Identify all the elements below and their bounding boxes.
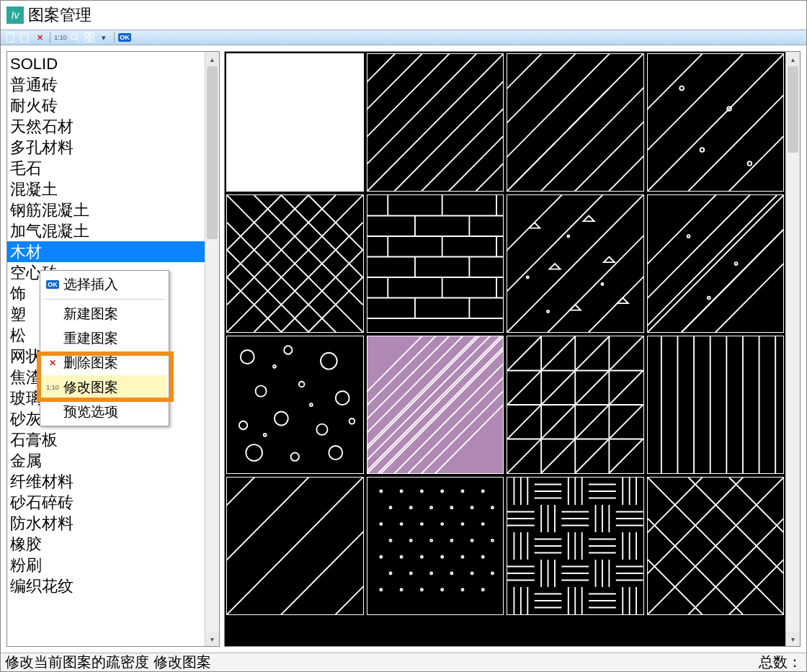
svg-point-38 bbox=[747, 161, 752, 166]
scroll-track[interactable] bbox=[786, 66, 800, 632]
svg-line-32 bbox=[648, 54, 715, 122]
svg-marker-82 bbox=[604, 257, 615, 263]
list-item[interactable]: 混凝土 bbox=[7, 179, 205, 200]
svg-rect-283 bbox=[48, 310, 55, 318]
list-item[interactable]: 纤维材料 bbox=[7, 471, 205, 492]
scroll-thumb[interactable] bbox=[788, 66, 798, 153]
svg-line-77 bbox=[535, 223, 643, 332]
svg-point-35 bbox=[679, 86, 684, 91]
list-item[interactable]: 粉刷 bbox=[7, 555, 205, 575]
pattern-swatch-selected[interactable] bbox=[367, 336, 504, 474]
svg-line-7 bbox=[76, 39, 79, 42]
svg-point-112 bbox=[273, 365, 276, 368]
list-item[interactable]: 加气混凝土 bbox=[7, 220, 205, 241]
list-item[interactable]: 普通砖 bbox=[7, 74, 205, 95]
svg-rect-10 bbox=[85, 38, 89, 42]
ok-icon[interactable]: OK bbox=[119, 32, 130, 43]
svg-point-87 bbox=[601, 283, 603, 285]
svg-point-183 bbox=[441, 556, 443, 558]
pattern-swatch-solid[interactable] bbox=[226, 53, 364, 192]
list-item[interactable]: 橡胶 bbox=[7, 534, 205, 555]
rebuild-icon bbox=[46, 332, 59, 345]
svg-line-121 bbox=[367, 336, 429, 398]
menu-rebuild-pattern[interactable]: 重建图案 bbox=[42, 326, 167, 351]
svg-point-192 bbox=[380, 588, 382, 591]
scroll-up-icon[interactable]: ▴ bbox=[205, 52, 219, 66]
svg-point-187 bbox=[409, 572, 411, 574]
scroll-thumb[interactable] bbox=[207, 66, 218, 239]
dropdown-icon[interactable]: ▾ bbox=[98, 32, 110, 43]
close-button[interactable] bbox=[764, 1, 806, 30]
menu-delete-pattern[interactable]: ✕ 删除图案 bbox=[42, 351, 167, 375]
svg-point-189 bbox=[450, 572, 452, 574]
svg-rect-284 bbox=[48, 334, 55, 343]
list-item[interactable]: 防水材料 bbox=[7, 513, 205, 534]
list-item[interactable]: 石膏板 bbox=[7, 429, 205, 450]
pattern-swatch[interactable] bbox=[226, 336, 364, 474]
list-item[interactable]: 金属 bbox=[7, 450, 205, 471]
svg-line-28 bbox=[514, 143, 555, 184]
svg-line-12 bbox=[367, 54, 504, 191]
svg-line-115 bbox=[367, 336, 504, 473]
svg-line-30 bbox=[648, 54, 784, 191]
scroll-track[interactable] bbox=[205, 66, 219, 632]
pattern-swatch[interactable] bbox=[507, 53, 644, 192]
toolbar: ✕ 1:10 ▾ OK bbox=[1, 30, 806, 45]
list-scrollbar[interactable]: ▴ ▾ bbox=[205, 52, 219, 646]
svg-rect-11 bbox=[90, 38, 94, 42]
svg-line-286 bbox=[54, 413, 57, 416]
scroll-up-icon[interactable]: ▴ bbox=[786, 52, 800, 66]
svg-line-26 bbox=[561, 109, 643, 191]
pattern-swatch[interactable] bbox=[226, 477, 364, 615]
svg-line-140 bbox=[541, 371, 643, 474]
pattern-swatch[interactable] bbox=[647, 477, 785, 615]
grid-icon[interactable] bbox=[84, 32, 95, 43]
list-item[interactable]: 天然石材 bbox=[7, 116, 205, 137]
edit-icon[interactable]: 1:10 bbox=[55, 32, 66, 43]
new-icon[interactable] bbox=[5, 32, 17, 43]
svg-point-37 bbox=[700, 148, 704, 152]
titlebar: Iv 图案管理 bbox=[1, 1, 806, 30]
pattern-swatch[interactable] bbox=[507, 336, 644, 474]
list-item[interactable]: 耐火砖 bbox=[7, 95, 205, 116]
pattern-swatch[interactable] bbox=[647, 336, 785, 474]
list-item[interactable]: 编织花纹 bbox=[7, 575, 205, 596]
rebuild-icon[interactable] bbox=[19, 32, 31, 43]
svg-point-178 bbox=[471, 539, 473, 542]
svg-line-154 bbox=[268, 519, 363, 614]
pattern-swatch[interactable] bbox=[367, 477, 504, 615]
scroll-down-icon[interactable]: ▾ bbox=[205, 632, 219, 646]
pattern-grid bbox=[225, 52, 785, 646]
grid-scrollbar[interactable]: ▴ ▾ bbox=[785, 52, 800, 646]
svg-point-197 bbox=[481, 588, 483, 591]
svg-point-164 bbox=[430, 506, 432, 509]
pattern-swatch[interactable] bbox=[226, 194, 364, 333]
pattern-swatch[interactable] bbox=[647, 53, 785, 192]
pattern-swatch[interactable] bbox=[507, 194, 644, 333]
delete-icon[interactable]: ✕ bbox=[34, 32, 45, 43]
svg-line-34 bbox=[715, 122, 783, 191]
status-left: 修改当前图案的疏密度 修改图案 bbox=[5, 653, 211, 672]
list-item[interactable]: 多孔材料 bbox=[7, 137, 205, 158]
list-item[interactable]: 毛石 bbox=[7, 158, 205, 179]
list-item[interactable]: 钢筋混凝土 bbox=[7, 200, 205, 220]
maximize-button[interactable] bbox=[723, 1, 764, 30]
scroll-down-icon[interactable]: ▾ bbox=[786, 632, 800, 646]
pattern-swatch[interactable] bbox=[507, 477, 644, 615]
minimize-button[interactable] bbox=[681, 1, 723, 30]
pattern-swatch[interactable] bbox=[647, 194, 785, 333]
pattern-grid-panel: ▴ ▾ bbox=[224, 51, 801, 647]
preview-icon[interactable] bbox=[69, 32, 81, 43]
menu-preview-options[interactable]: 预览选项 bbox=[42, 400, 167, 424]
list-item-selected[interactable]: 木材 bbox=[7, 241, 205, 262]
pattern-swatch[interactable] bbox=[367, 53, 504, 192]
menu-item-label: 删除图案 bbox=[63, 354, 118, 372]
pattern-swatch[interactable] bbox=[367, 194, 504, 333]
svg-rect-1 bbox=[740, 12, 747, 19]
list-item[interactable]: 砂石碎砖 bbox=[7, 492, 205, 513]
menu-edit-pattern[interactable]: 1:10 修改图案 bbox=[42, 375, 167, 400]
svg-point-113 bbox=[310, 403, 313, 406]
menu-new-pattern[interactable]: 新建图案 bbox=[42, 302, 167, 326]
menu-select-insert[interactable]: OK 选择插入 bbox=[42, 272, 167, 297]
list-item[interactable]: SOLID bbox=[7, 53, 205, 74]
